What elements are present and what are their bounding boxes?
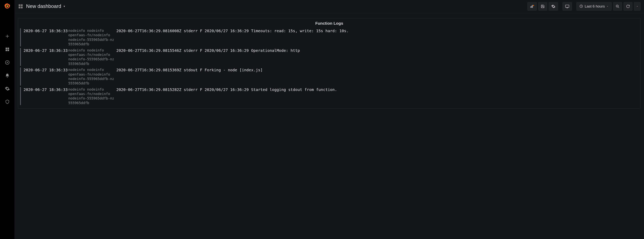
log-row[interactable]: 2020-06-27 18:36:33nodeinfo nodeinfoopen… xyxy=(20,86,638,106)
svg-rect-4 xyxy=(19,4,20,6)
cycle-view-button[interactable] xyxy=(562,2,572,10)
logs-container: 2020-06-27 18:36:33nodeinfo nodeinfoopen… xyxy=(18,27,640,109)
log-timestamp: 2020-06-27 18:36:33 xyxy=(24,67,66,73)
log-level-bar xyxy=(20,67,21,86)
app-root: New dashboard ▼ xyxy=(0,0,644,239)
log-label-line: nodeinfo nodeinfo xyxy=(68,67,114,72)
time-range-label: Last 6 hours xyxy=(584,4,605,8)
settings-button[interactable] xyxy=(549,2,558,10)
svg-rect-0 xyxy=(6,48,7,49)
svg-rect-10 xyxy=(532,5,533,8)
save-button[interactable] xyxy=(538,2,547,10)
log-label-line: nodeinfo-555965ddfb-nz7px xyxy=(68,96,114,100)
log-labels: nodeinfo nodeinfoopenfaas-fn/nodeinfonod… xyxy=(68,48,114,66)
log-timestamp: 2020-06-27 18:36:33 xyxy=(24,48,66,53)
svg-rect-8 xyxy=(530,6,531,8)
log-label-line: nodeinfo-555965ddfb-nz7px xyxy=(68,57,114,61)
log-label-line: 555965ddfb xyxy=(68,101,114,105)
log-labels: nodeinfo nodeinfoopenfaas-fn/nodeinfonod… xyxy=(68,28,114,46)
svg-rect-2 xyxy=(6,49,7,51)
log-row[interactable]: 2020-06-27 18:36:33nodeinfo nodeinfoopen… xyxy=(20,27,638,47)
grafana-logo[interactable] xyxy=(4,2,11,10)
dashboard-title: New dashboard xyxy=(26,3,61,9)
svg-rect-5 xyxy=(21,4,22,6)
main: New dashboard ▼ xyxy=(14,0,644,239)
panel-title: Function Logs xyxy=(18,18,640,27)
log-label-line: openfaas-fn/nodeinfo xyxy=(68,52,114,57)
configuration-icon[interactable] xyxy=(4,85,11,92)
svg-rect-1 xyxy=(8,48,9,49)
log-timestamp: 2020-06-27 18:36:33 xyxy=(24,87,66,92)
dashboards-icon[interactable] xyxy=(4,45,11,53)
log-label-line: nodeinfo nodeinfo xyxy=(68,28,114,33)
dashboard-grid-icon xyxy=(18,4,23,9)
alerting-icon[interactable] xyxy=(4,72,11,79)
svg-rect-13 xyxy=(566,5,569,7)
log-message: 2020-06-27T16:36:29.0815369Z stdout F Fo… xyxy=(116,67,638,73)
log-label-line: 555965ddfb xyxy=(68,61,114,66)
log-label-line: 555965ddfb xyxy=(68,42,114,46)
log-timestamp: 2020-06-27 18:36:33 xyxy=(24,28,66,33)
svg-rect-3 xyxy=(8,49,9,51)
sidebar xyxy=(0,0,14,239)
refresh-button[interactable] xyxy=(624,2,632,10)
log-label-line: openfaas-fn/nodeinfo xyxy=(68,92,114,96)
chevron-down-icon xyxy=(606,5,609,7)
svg-rect-6 xyxy=(19,6,20,8)
server-admin-icon[interactable] xyxy=(4,98,11,106)
log-label-line: nodeinfo-555965ddfb-nz7px xyxy=(68,37,114,42)
content: Function Logs 2020-06-27 18:36:33nodeinf… xyxy=(14,13,644,239)
log-label-line: openfaas-fn/nodeinfo xyxy=(68,72,114,76)
add-icon[interactable] xyxy=(4,32,11,40)
log-row[interactable]: 2020-06-27 18:36:33nodeinfo nodeinfoopen… xyxy=(20,67,638,86)
log-label-line: nodeinfo nodeinfo xyxy=(68,87,114,92)
logs-panel[interactable]: Function Logs 2020-06-27 18:36:33nodeinf… xyxy=(18,18,640,109)
time-range-picker[interactable]: Last 6 hours xyxy=(576,2,612,10)
add-panel-button[interactable] xyxy=(528,2,537,10)
log-level-bar xyxy=(20,48,21,66)
log-labels: nodeinfo nodeinfoopenfaas-fn/nodeinfonod… xyxy=(68,87,114,105)
log-label-line: nodeinfo-555965ddfb-nz7px xyxy=(68,76,114,81)
log-message: 2020-06-27T16:36:29.0815282Z stderr F 20… xyxy=(116,87,638,92)
log-label-line: nodeinfo nodeinfo xyxy=(68,48,114,52)
explore-icon[interactable] xyxy=(4,59,11,66)
svg-line-18 xyxy=(618,7,619,8)
log-level-bar xyxy=(20,87,21,105)
log-label-line: openfaas-fn/nodeinfo xyxy=(68,33,114,37)
svg-rect-9 xyxy=(532,5,532,8)
log-label-line: 555965ddfb xyxy=(68,81,114,85)
dashboard-title-dropdown[interactable]: New dashboard ▼ xyxy=(26,3,66,9)
log-message: 2020-06-27T16:36:29.0815546Z stderr F 20… xyxy=(116,48,638,53)
svg-rect-7 xyxy=(21,6,22,8)
refresh-interval-dropdown[interactable] xyxy=(634,2,640,10)
log-message: 2020-06-27T16:36:29.0816008Z stderr F 20… xyxy=(116,28,638,33)
chevron-down-icon: ▼ xyxy=(63,5,66,8)
log-labels: nodeinfo nodeinfoopenfaas-fn/nodeinfonod… xyxy=(68,67,114,86)
log-level-bar xyxy=(20,28,21,46)
chevron-down-icon xyxy=(636,5,638,7)
topbar: New dashboard ▼ xyxy=(14,0,644,13)
zoom-out-button[interactable] xyxy=(613,2,622,10)
log-row[interactable]: 2020-06-27 18:36:33nodeinfo nodeinfoopen… xyxy=(20,47,638,67)
